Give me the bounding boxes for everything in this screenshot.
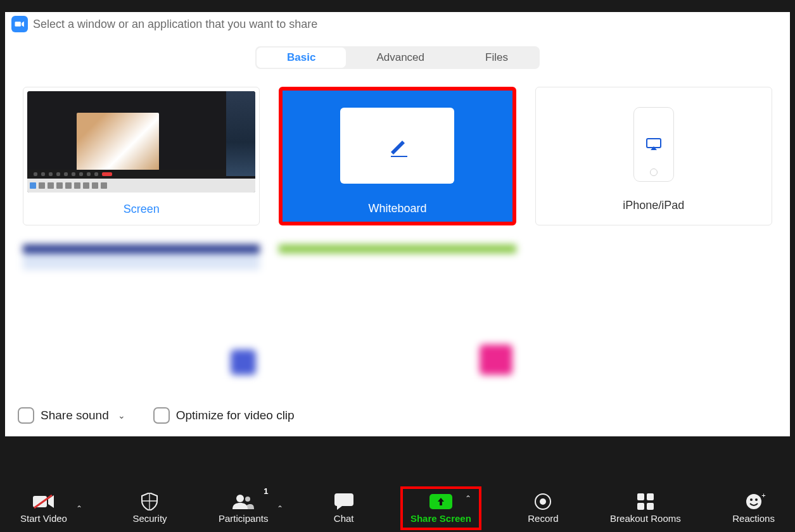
chat-button[interactable]: Chat	[329, 489, 359, 528]
record-icon	[535, 493, 551, 510]
smiley-icon: +	[746, 493, 762, 510]
share-option-app-1[interactable]	[23, 244, 260, 384]
dialog-footer: Share sound ⌄ Optimize for video clip	[5, 397, 790, 436]
start-video-button[interactable]: Start Video	[15, 489, 72, 528]
video-off-icon	[33, 493, 54, 510]
grid-icon	[637, 493, 654, 510]
pen-icon	[385, 133, 410, 158]
svg-rect-10	[647, 493, 654, 500]
toolbar-label: Reactions	[732, 513, 775, 524]
share-up-icon	[429, 494, 452, 509]
chat-icon	[334, 493, 353, 510]
share-option-whiteboard[interactable]: Whiteboard	[279, 87, 516, 225]
app-thumbnail-blurred	[279, 244, 516, 377]
svg-rect-12	[647, 503, 654, 510]
security-button[interactable]: Security	[127, 489, 172, 528]
svg-rect-11	[637, 503, 644, 510]
screen-thumbnail	[27, 91, 255, 193]
share-screen-button[interactable]: Share Screen ⌃	[400, 486, 481, 530]
zoom-logo-icon	[11, 16, 28, 32]
checkbox-icon	[18, 407, 34, 424]
meeting-toolbar: Start Video ⌃ Security 1 Participants ⌃ …	[0, 484, 795, 532]
checkbox-label: Share sound	[41, 408, 109, 422]
plus-icon: +	[761, 491, 765, 499]
share-screen-dialog: Select a window or an application that y…	[5, 12, 790, 436]
svg-point-6	[245, 497, 250, 502]
airplay-icon	[646, 138, 661, 151]
svg-point-13	[746, 494, 761, 509]
share-tab-bar: Basic Advanced Files	[5, 46, 790, 69]
chevron-up-icon[interactable]: ⌃	[461, 494, 475, 503]
shield-icon	[141, 493, 158, 510]
chevron-up-icon[interactable]: ⌃	[273, 504, 287, 513]
dialog-title: Select a window or an application that y…	[33, 18, 317, 31]
dialog-header: Select a window or an application that y…	[5, 12, 790, 36]
breakout-rooms-button[interactable]: Breakout Rooms	[605, 489, 686, 528]
toolbar-label: Breakout Rooms	[610, 513, 681, 524]
reactions-button[interactable]: + Reactions	[727, 489, 780, 528]
svg-point-15	[755, 498, 758, 501]
toolbar-label: Share Screen	[410, 513, 471, 524]
share-options-grid: Screen Whiteboard	[5, 74, 790, 397]
chevron-down-icon[interactable]: ⌄	[115, 410, 128, 421]
svg-point-8	[540, 498, 546, 505]
iphone-thumbnail	[536, 87, 772, 189]
toolbar-label: Security	[132, 513, 167, 524]
tab-group: Basic Advanced Files	[255, 46, 540, 69]
share-option-iphone-ipad[interactable]: iPhone/iPad	[535, 87, 772, 225]
app-thumbnail-blurred	[23, 244, 260, 377]
svg-rect-0	[15, 22, 21, 27]
checkbox-label: Optimize for video clip	[176, 408, 295, 422]
participants-button[interactable]: 1 Participants	[213, 489, 273, 528]
svg-rect-2	[647, 139, 661, 148]
toolbar-label: Chat	[334, 513, 354, 524]
toolbar-label: Record	[528, 513, 558, 524]
record-button[interactable]: Record	[523, 489, 563, 528]
whiteboard-thumbnail	[283, 91, 512, 192]
svg-rect-1	[391, 156, 407, 157]
share-sound-checkbox[interactable]: Share sound ⌄	[18, 407, 128, 424]
participants-count: 1	[264, 486, 268, 496]
share-option-app-2[interactable]	[279, 244, 516, 384]
participants-icon	[232, 493, 254, 510]
svg-point-5	[236, 495, 244, 502]
tab-basic[interactable]: Basic	[257, 48, 346, 68]
optimize-video-checkbox[interactable]: Optimize for video clip	[153, 407, 295, 424]
share-option-label: Screen	[124, 203, 160, 216]
chevron-up-icon[interactable]: ⌃	[72, 504, 86, 513]
svg-rect-9	[637, 493, 644, 500]
checkbox-icon	[153, 407, 170, 424]
tab-advanced[interactable]: Advanced	[346, 48, 455, 68]
share-option-label: Whiteboard	[368, 202, 426, 215]
share-option-screen[interactable]: Screen	[23, 87, 260, 225]
toolbar-label: Participants	[219, 513, 268, 524]
svg-point-14	[750, 498, 753, 501]
share-option-label: iPhone/iPad	[623, 199, 684, 212]
toolbar-label: Start Video	[20, 513, 67, 524]
svg-rect-3	[33, 496, 47, 507]
tab-files[interactable]: Files	[455, 48, 538, 68]
